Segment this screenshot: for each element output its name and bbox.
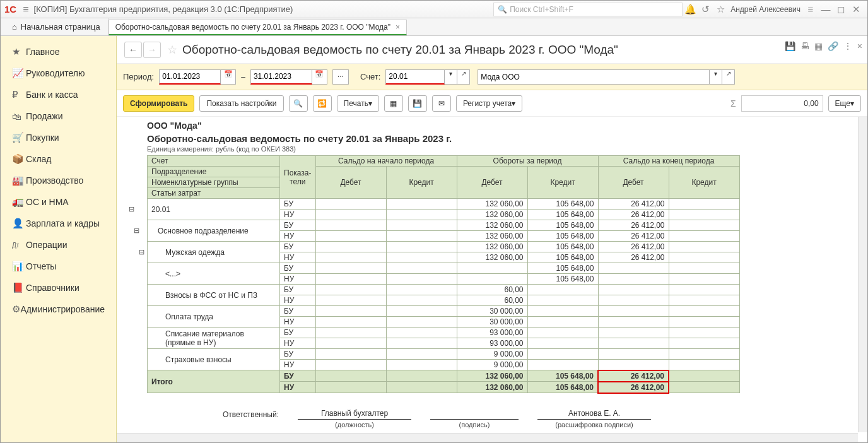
- table-row[interactable]: <...>БУ105 648,00: [148, 263, 740, 274]
- th-indicators: Показа- тели: [280, 156, 316, 199]
- global-search[interactable]: 🔍 Поиск Ctrl+Shift+F: [493, 3, 683, 16]
- sidebar-item-label: Покупки: [26, 133, 59, 143]
- forward-button[interactable]: →: [143, 42, 161, 58]
- sidebar-item-salary[interactable]: 👤Зарплата и кадры: [1, 213, 116, 234]
- th-sub3: Статьи затрат: [148, 188, 280, 199]
- chart-icon: 📈: [12, 68, 26, 79]
- th-credit: Кредит: [527, 167, 598, 199]
- th-debit: Дебет: [457, 167, 527, 199]
- period-label: Период:: [123, 72, 154, 81]
- print-icon[interactable]: 🖶: [801, 41, 809, 51]
- user-menu-icon[interactable]: ≡: [803, 4, 818, 15]
- calendar-from-icon[interactable]: 📅: [221, 69, 236, 85]
- star-icon[interactable]: ☆: [713, 4, 728, 15]
- sidebar-item-label: Склад: [26, 154, 52, 164]
- active-tab-label: Оборотно-сальдовая ведомость по счету 20…: [115, 23, 390, 32]
- back-button[interactable]: ←: [124, 42, 142, 58]
- register-button[interactable]: Регистр учета ▾: [456, 95, 522, 112]
- sidebar-item-assets[interactable]: 🚛ОС и НМА: [1, 191, 116, 213]
- vertical-scrollbar[interactable]: [858, 117, 867, 432]
- period-picker-button[interactable]: ...: [332, 69, 349, 85]
- user-name[interactable]: Андрей Алексеевич: [730, 5, 801, 14]
- show-settings-button[interactable]: Показать настройки: [199, 95, 283, 112]
- sidebar-item-references[interactable]: 📕Справочники: [1, 277, 116, 298]
- sigma-icon[interactable]: Σ: [730, 98, 736, 109]
- tab-close-icon[interactable]: ×: [396, 23, 400, 32]
- sidebar-item-manager[interactable]: 📈Руководителю: [1, 62, 116, 84]
- maximize-icon[interactable]: ◻: [833, 4, 848, 15]
- date-from-input[interactable]: [159, 69, 221, 85]
- dtkt-icon: Дт: [12, 242, 26, 249]
- close-panel-icon[interactable]: ×: [857, 41, 862, 51]
- table-button[interactable]: ▦: [384, 95, 403, 112]
- refresh-button[interactable]: 🔁: [313, 95, 332, 112]
- date-to-input[interactable]: [250, 69, 312, 85]
- more-label: Еще: [835, 99, 850, 108]
- person-icon: 👤: [12, 218, 26, 229]
- save-icon[interactable]: 💾: [785, 41, 795, 51]
- menu-dots-icon[interactable]: ⋮: [843, 41, 852, 51]
- account-label: Счет:: [360, 72, 380, 81]
- sidebar-item-label: Банк и касса: [26, 90, 78, 100]
- sidebar-item-main[interactable]: ★Главное: [1, 41, 116, 62]
- th-account: Счет: [148, 156, 280, 167]
- name-label: (расшифровка подписи): [537, 419, 651, 428]
- email-button[interactable]: ✉: [432, 95, 451, 112]
- position-value: Главный бухгалтер: [298, 409, 411, 418]
- account-dropdown-icon[interactable]: ▾: [445, 69, 457, 85]
- search-button[interactable]: 🔍: [289, 95, 308, 112]
- sidebar-item-purchases[interactable]: 🛒Покупки: [1, 127, 116, 148]
- table-row[interactable]: ⊟20.01БУ132 060,00105 648,0026 412,00: [148, 199, 740, 210]
- table-row[interactable]: ⊟Мужская одеждаБУ132 060,00105 648,0026 …: [148, 242, 740, 252]
- tree-toggle-icon[interactable]: ⊟: [134, 227, 153, 235]
- table-row[interactable]: ⊟Основное подразделениеБУ132 060,00105 6…: [148, 220, 740, 231]
- link-icon[interactable]: 🔗: [828, 41, 838, 51]
- hamburger-icon[interactable]: ≡: [23, 4, 28, 15]
- th-credit: Кредит: [669, 167, 739, 199]
- report-area: ООО "Мода" Оборотно-сальдовая ведомость …: [117, 117, 867, 442]
- table-row[interactable]: Оплата трудаБУ30 000,00: [148, 306, 740, 317]
- table-row[interactable]: Списание материалов (прямые в НУ)БУ93 00…: [148, 328, 740, 338]
- sidebar-item-reports[interactable]: 📊Отчеты: [1, 256, 116, 277]
- more-button[interactable]: Еще ▾: [828, 95, 861, 112]
- form-button[interactable]: Сформировать: [123, 95, 194, 112]
- org-dropdown-icon[interactable]: ▾: [710, 69, 722, 85]
- history-icon[interactable]: ↺: [698, 4, 713, 15]
- table-row[interactable]: Страховые взносыБУ9 000,00: [148, 349, 740, 360]
- th-sub2: Номенклатурные группы: [148, 177, 280, 188]
- sidebar-item-sales[interactable]: 🛍Продажи: [1, 105, 116, 127]
- sidebar-item-production[interactable]: 🏭Производство: [1, 170, 116, 191]
- close-icon[interactable]: ✕: [848, 4, 864, 15]
- calendar-to-icon[interactable]: 📅: [312, 69, 327, 85]
- favorite-icon[interactable]: ☆: [167, 43, 177, 57]
- save-file-button[interactable]: 💾: [408, 95, 427, 112]
- tree-toggle-icon[interactable]: ⊟: [129, 205, 148, 213]
- active-tab[interactable]: Оборотно-сальдовая ведомость по счету 20…: [108, 20, 407, 35]
- print-label: Печать: [344, 99, 368, 108]
- bars-icon: 📊: [12, 261, 26, 272]
- bell-icon[interactable]: 🔔: [683, 4, 698, 15]
- print-button[interactable]: Печать ▾: [337, 95, 379, 112]
- sidebar-item-label: Администрирование: [21, 304, 105, 314]
- sidebar-item-label: Руководителю: [26, 68, 85, 78]
- account-input[interactable]: [385, 69, 445, 85]
- table-row[interactable]: Взносы в ФСС от НС и ПЗБУ60,00: [148, 285, 740, 295]
- tree-toggle-icon[interactable]: ⊟: [139, 248, 158, 256]
- org-open-icon[interactable]: ↗: [722, 69, 735, 85]
- th-debit: Дебет: [315, 167, 386, 199]
- sidebar-item-admin[interactable]: ⚙Администрирование: [1, 298, 116, 320]
- th-sub1: Подразделение: [148, 167, 280, 177]
- params-bar: Период: 📅 – 📅 ... Счет: ▾ ↗ ▾ ↗: [117, 64, 867, 90]
- export-icon[interactable]: ▦: [814, 41, 823, 51]
- sidebar-item-operations[interactable]: ДтОперации: [1, 234, 116, 256]
- content-header: ← → ☆ Оборотно-сальдовая ведомость по сч…: [117, 36, 867, 64]
- account-open-icon[interactable]: ↗: [457, 69, 470, 85]
- horizontal-scrollbar[interactable]: [117, 433, 858, 442]
- org-input[interactable]: [478, 69, 710, 85]
- home-tab[interactable]: ⌂ Начальная страница: [4, 18, 108, 35]
- sidebar: ★Главное 📈Руководителю ₽Банк и касса 🛍Пр…: [1, 36, 117, 442]
- sidebar-item-label: Отчеты: [26, 261, 56, 271]
- minimize-icon[interactable]: —: [818, 4, 833, 15]
- sidebar-item-warehouse[interactable]: 📦Склад: [1, 148, 116, 170]
- sidebar-item-bank[interactable]: ₽Банк и касса: [1, 84, 116, 105]
